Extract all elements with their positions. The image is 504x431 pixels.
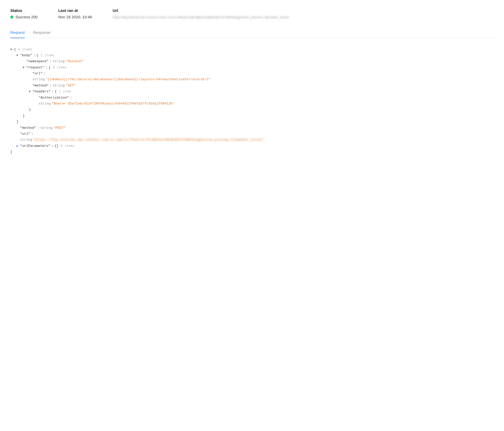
body-close: } [10, 119, 494, 125]
url-value-row: ▼ string "{{domain}}/fmi/data/v1/databas… [10, 76, 494, 82]
auth-value-row: ▼ string "Bearer d5a71ebc422e720f94ceacc… [10, 101, 494, 107]
tab-request[interactable]: Request [10, 28, 25, 38]
url-label: Url [113, 8, 221, 13]
request-row: ▼ "request" : { 3 items [10, 65, 494, 70]
request-toggle[interactable]: ▼ [23, 65, 26, 70]
json-viewer: ▼ { 4 items ▼ "body" : { 2 items ▼ "name… [10, 44, 494, 157]
body-toggle[interactable]: ▼ [17, 53, 20, 58]
outer-url-value: "https://fkg.internal.dev.connect.claris… [33, 137, 265, 143]
url-params-toggle[interactable]: ▶ [17, 144, 20, 149]
headers-row: ▼ "headers" : { 1 item [10, 89, 494, 94]
headers-meta: 1 item [59, 89, 71, 94]
outer-url-value-row: ▼ string "https://fkg.internal.dev.conne… [10, 137, 494, 143]
method-row: ▼ "method" : string "GET" [10, 83, 494, 89]
status-dot [10, 15, 13, 19]
auth-key-row: ▼ "Authorization" : [10, 95, 494, 101]
root-toggle[interactable]: ▼ [10, 47, 14, 52]
outer-url-key-row: ▼ "url" : [10, 131, 494, 137]
last-ran-value: Nov 18 2020, 10:46 [58, 15, 92, 19]
status-section: Status Success 200 [10, 8, 38, 19]
url-key-row: ▼ "url" : [10, 70, 494, 76]
url-section: Url https://fkg.internal.dev.connect.cla… [113, 8, 221, 20]
root-meta: 4 items [18, 46, 32, 52]
root-row: ▼ { 4 items [10, 46, 494, 52]
body-row: ▼ "body" : { 2 items [10, 52, 494, 58]
request-close: } [10, 113, 494, 119]
tab-response[interactable]: Response [33, 28, 51, 38]
url-value: https://fkg.internal.dev.connect.claris.… [113, 15, 221, 20]
headers-close: } [10, 107, 494, 113]
outer-method-row: ▼ "method" : string "POST" [10, 125, 494, 131]
root-close: } [10, 149, 494, 155]
namespace-row: ▼ "namespace" : string "Haidian" [10, 58, 494, 64]
status-bar: Status Success 200 Last ran at Nov 18 20… [10, 8, 494, 20]
url-params-meta: 0 items [60, 143, 75, 149]
last-ran-label: Last ran at [58, 8, 92, 13]
status-label: Status [10, 8, 38, 13]
headers-toggle[interactable]: ▼ [29, 89, 32, 94]
request-meta: 3 items [53, 65, 67, 70]
status-value: Success 200 [10, 15, 38, 19]
status-text: Success 200 [15, 15, 38, 19]
last-ran-section: Last ran at Nov 18 2020, 10:46 [58, 8, 92, 19]
body-meta: 2 items [40, 52, 54, 58]
url-params-row: ▶ "urlParameters" : {} 0 items [10, 143, 494, 149]
tabs: Request Response [10, 28, 494, 38]
